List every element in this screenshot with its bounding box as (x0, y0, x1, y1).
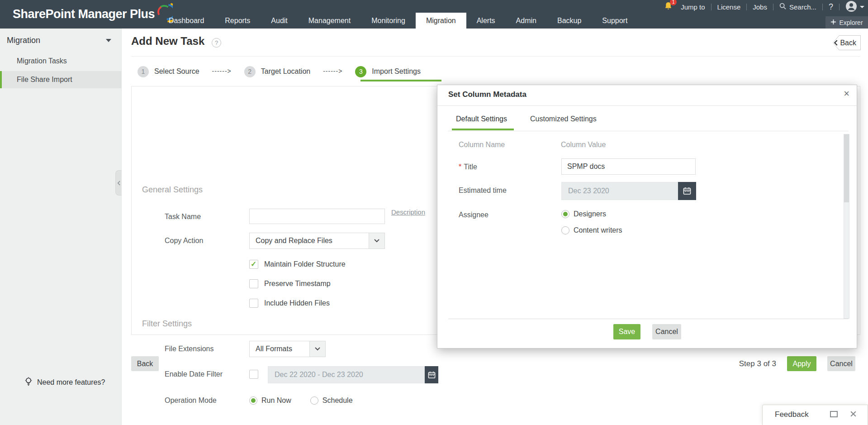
modal-scrollbar[interactable] (844, 134, 849, 319)
title-label-text: Title (464, 163, 477, 171)
need-more-features-label: Need more features? (37, 378, 105, 387)
description-link[interactable]: Description (391, 208, 425, 216)
estimated-time-label: Estimated time (459, 186, 507, 195)
radio-label: Designers (574, 210, 606, 218)
checkbox-include-hidden-files[interactable] (249, 299, 258, 308)
logo[interactable]: SharePoint Manager Plus (13, 4, 173, 25)
feedback-button[interactable]: Feedback (775, 410, 809, 419)
column-name-header: Column Name (459, 141, 505, 149)
header-utilities: 1 Jump to License Jobs Search... ? (664, 0, 864, 14)
page-title: Add New Task (131, 35, 204, 48)
step-label: Import Settings (372, 67, 421, 76)
chevron-down-icon (106, 39, 111, 42)
file-extensions-value: All Formats (250, 341, 309, 357)
estimated-time-calendar-button[interactable] (678, 182, 696, 200)
enable-date-filter-label: Enable Date Filter (165, 370, 223, 378)
sidebar-collapse-handle[interactable] (115, 170, 122, 196)
header-separator (822, 4, 823, 10)
radio-run-now[interactable] (249, 396, 257, 405)
active-tab-underline (452, 129, 514, 130)
page-help-button[interactable]: ? (212, 38, 221, 48)
radio-schedule[interactable] (310, 396, 318, 405)
modal-tabs-divider (448, 131, 849, 131)
feedback-close-button[interactable] (850, 411, 857, 419)
title-divider (131, 56, 860, 57)
back-button[interactable]: Back (131, 356, 159, 371)
step-label: Target Location (261, 67, 310, 76)
enable-date-filter-checkbox[interactable] (249, 370, 258, 379)
checkbox-preserve-timestamp[interactable] (249, 279, 258, 288)
step-label: Select Source (154, 67, 199, 76)
sidebar-item-migration-tasks[interactable]: Migration Tasks (0, 53, 121, 69)
close-icon (850, 411, 857, 417)
need-more-features-link[interactable]: Need more features? (25, 377, 105, 388)
date-range-input[interactable]: Dec 22 2020 - Dec 23 2020 (268, 366, 425, 383)
cancel-button[interactable]: Cancel (827, 356, 855, 371)
nav-monitoring[interactable]: Monitoring (361, 13, 416, 29)
save-button[interactable]: Save (613, 324, 640, 339)
wizard-step-import-settings[interactable]: 3 Import Settings (355, 66, 421, 77)
radio-label: Content writers (574, 226, 622, 234)
step-number: 1 (138, 66, 149, 77)
modal-cancel-button[interactable]: Cancel (652, 324, 681, 339)
wizard-step-target-location[interactable]: 2 Target Location (244, 66, 310, 77)
tab-customized-settings[interactable]: Customized Settings (530, 115, 597, 123)
date-range-calendar-button[interactable] (425, 366, 438, 383)
notification-badge: 1 (670, 0, 677, 5)
active-step-underline (360, 80, 441, 81)
nav-reports[interactable]: Reports (214, 13, 261, 29)
checkbox-label: Maintain Folder Structure (264, 260, 346, 268)
search-icon (779, 3, 786, 11)
jobs-link[interactable]: Jobs (753, 3, 767, 11)
main-nav: Dashboard Reports Audit Management Monit… (158, 0, 638, 29)
search-button[interactable]: Search... (779, 3, 816, 11)
user-avatar-icon (845, 0, 857, 14)
caret-down-icon (860, 6, 864, 8)
nav-admin[interactable]: Admin (506, 13, 547, 29)
wizard-step-select-source[interactable]: 1 Select Source (138, 66, 199, 77)
step-arrow: ------> (212, 67, 232, 76)
nav-support[interactable]: Support (592, 13, 638, 29)
sidebar-section-migration[interactable]: Migration (0, 29, 121, 51)
chevron-left-icon (834, 40, 838, 46)
notification-bell-button[interactable]: 1 (664, 1, 673, 12)
feedback-maximize-button[interactable] (830, 411, 838, 419)
modal-scrollbar-thumb[interactable] (844, 134, 849, 202)
nav-dashboard[interactable]: Dashboard (158, 13, 214, 29)
title-value-input[interactable] (561, 158, 696, 175)
apply-button[interactable]: Apply (787, 356, 816, 371)
back-button-top[interactable]: Back (833, 35, 861, 50)
user-menu-button[interactable] (845, 0, 864, 14)
nav-migration[interactable]: Migration (416, 13, 466, 29)
set-column-metadata-dialog: Set Column Metadata × Default Settings C… (437, 85, 857, 349)
nav-alerts[interactable]: Alerts (466, 13, 506, 29)
radio-label: Run Now (261, 396, 291, 405)
modal-close-button[interactable]: × (844, 88, 849, 100)
checkbox-maintain-folder-structure[interactable] (249, 260, 258, 269)
license-link[interactable]: License (717, 3, 741, 11)
nav-audit[interactable]: Audit (261, 13, 298, 29)
task-name-input[interactable] (249, 209, 385, 224)
explorer-button[interactable]: Explorer (825, 16, 868, 29)
sidebar-item-file-share-import[interactable]: File Share Import (0, 71, 121, 88)
back-top-label: Back (840, 39, 856, 47)
file-extensions-select[interactable]: All Formats (249, 341, 326, 357)
estimated-time-input[interactable]: Dec 23 2020 (561, 182, 678, 200)
help-button[interactable]: ? (829, 2, 833, 12)
file-extensions-label: File Extensions (165, 345, 214, 353)
sidebar-section-label: Migration (7, 36, 40, 45)
tab-default-settings[interactable]: Default Settings (456, 115, 507, 123)
bell-icon (664, 5, 673, 12)
jump-to-link[interactable]: Jump to (681, 3, 705, 11)
app-window: SharePoint Manager Plus Dashboard Report… (0, 0, 868, 425)
nav-management[interactable]: Management (298, 13, 361, 29)
general-settings-heading: General Settings (142, 185, 203, 195)
wizard-steps: 1 Select Source ------> 2 Target Locatio… (138, 66, 421, 77)
copy-action-select[interactable]: Copy and Replace Files (249, 233, 385, 249)
radio-content-writers[interactable] (561, 226, 569, 234)
chevron-down-icon (309, 341, 325, 357)
sidebar: Migration Migration Tasks File Share Imp… (0, 29, 122, 425)
step-indicator: Step 3 of 3 (739, 359, 776, 368)
radio-designers[interactable] (561, 210, 569, 218)
nav-backup[interactable]: Backup (547, 13, 592, 29)
